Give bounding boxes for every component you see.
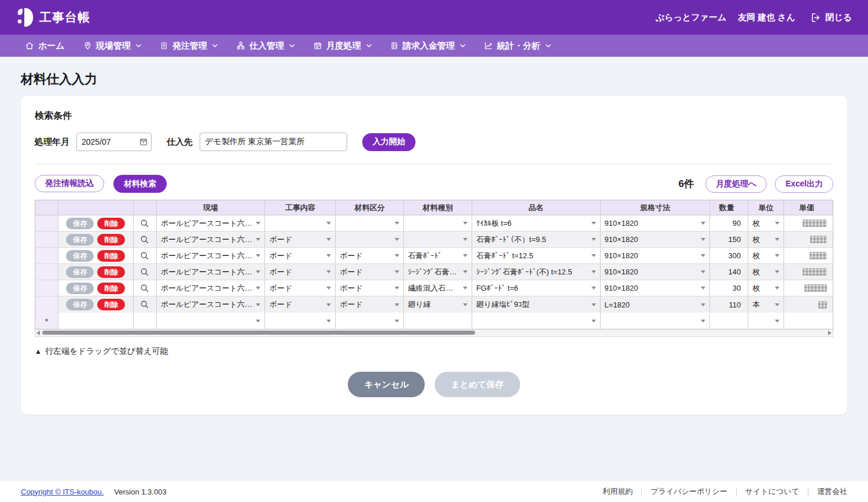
period-input[interactable]	[76, 133, 152, 151]
size-select[interactable]: 910×1820	[601, 232, 711, 247]
quantity-cell[interactable]: 90	[710, 215, 748, 231]
work-content-select[interactable]: ボード	[265, 296, 336, 313]
unit-select[interactable]	[748, 313, 784, 329]
unit-select[interactable]: 枚	[748, 215, 784, 231]
unit-price-cell[interactable]	[784, 232, 833, 247]
save-button[interactable]: 保存	[66, 266, 94, 278]
nav-item-purchase-management[interactable]: 仕入管理	[229, 35, 302, 57]
row-search-button[interactable]	[134, 248, 157, 263]
delete-button[interactable]: 削除	[97, 218, 125, 229]
product-name-select[interactable]: 石膏ﾎﾞｰﾄﾞ（不）t=9.5	[472, 232, 601, 247]
product-name-select[interactable]: ｹｲｶﾙ板 t=6	[472, 215, 601, 231]
row-drag-handle[interactable]	[35, 296, 58, 313]
row-drag-handle[interactable]	[35, 215, 58, 231]
site-select[interactable]: ポールピアースコート六…	[157, 296, 266, 313]
row-drag-handle[interactable]	[35, 280, 58, 296]
copyright-link[interactable]: Copyright © ITS-koubou.	[21, 488, 104, 496]
unit-select[interactable]: 枚	[748, 264, 784, 280]
unit-select[interactable]: 本	[748, 296, 784, 313]
material-type-select[interactable]: 繊維混入石膏板	[404, 280, 472, 296]
nav-item-monthly-processing[interactable]: 月度処理	[306, 35, 379, 57]
footer-link-terms[interactable]: 利用規約	[602, 486, 632, 497]
save-button[interactable]: 保存	[66, 299, 94, 310]
material-category-select[interactable]	[336, 215, 404, 231]
row-drag-handle[interactable]	[35, 264, 58, 280]
quantity-cell[interactable]: 140	[710, 264, 748, 280]
row-search-button[interactable]	[134, 264, 157, 280]
site-select[interactable]: ポールピアースコート六…	[157, 215, 266, 231]
material-category-select[interactable]: ボード	[336, 280, 404, 296]
product-name-select[interactable]: FGﾎﾞｰﾄﾞ t=6	[472, 280, 601, 296]
size-select[interactable]	[601, 313, 711, 329]
size-select[interactable]: 910×1820	[601, 280, 711, 296]
site-select[interactable]: ポールピアースコート六…	[157, 280, 266, 296]
material-category-select[interactable]	[336, 232, 404, 247]
site-select[interactable]	[157, 313, 266, 329]
nav-item-billing-management[interactable]: 請求入金管理	[382, 35, 473, 57]
material-category-select[interactable]: ボード	[336, 296, 404, 313]
material-type-select[interactable]: ｼｰｼﾞﾝｸﾞ石膏…	[404, 264, 472, 280]
quantity-cell[interactable]: 150	[710, 232, 748, 247]
work-content-select[interactable]: ボード	[265, 280, 336, 296]
quantity-cell[interactable]: 110	[710, 296, 748, 313]
site-select[interactable]: ポールピアースコート六…	[157, 264, 266, 280]
input-start-button[interactable]: 入力開始	[362, 133, 415, 151]
horizontal-scrollbar[interactable]	[35, 329, 833, 337]
unit-price-cell[interactable]	[784, 296, 833, 313]
material-type-select[interactable]	[404, 313, 472, 329]
delete-button[interactable]: 削除	[97, 299, 125, 310]
work-content-select[interactable]	[265, 215, 336, 231]
material-type-select[interactable]	[404, 232, 472, 247]
scroll-right-arrow-icon[interactable]	[828, 331, 832, 335]
to-monthly-processing-button[interactable]: 月度処理へ	[705, 175, 767, 193]
site-select[interactable]: ポールピアースコート六…	[157, 248, 266, 263]
product-name-select[interactable]	[472, 313, 601, 329]
unit-price-cell[interactable]	[784, 215, 833, 231]
footer-link-operator[interactable]: 運営会社	[817, 486, 847, 497]
material-category-select[interactable]: ボード	[336, 248, 404, 263]
scroll-left-arrow-icon[interactable]	[36, 331, 40, 335]
save-button[interactable]: 保存	[66, 218, 94, 229]
delete-button[interactable]: 削除	[97, 250, 125, 262]
cancel-button[interactable]: キャンセル	[348, 372, 425, 397]
work-content-select[interactable]: ボード	[265, 232, 336, 247]
unit-select[interactable]: 枚	[748, 232, 784, 247]
save-all-button[interactable]: まとめて保存	[435, 372, 520, 397]
quantity-cell[interactable]: 300	[710, 248, 748, 263]
material-type-select[interactable]: 廻り縁	[404, 296, 472, 313]
size-select[interactable]: 910×1820	[601, 264, 711, 280]
site-select[interactable]: ポールピアースコート六…	[157, 232, 266, 247]
save-button[interactable]: 保存	[66, 234, 94, 245]
excel-export-button[interactable]: Excel出力	[775, 175, 833, 193]
size-select[interactable]: L=1820	[601, 296, 711, 313]
nav-item-site-management[interactable]: 現場管理	[76, 35, 149, 57]
delete-button[interactable]: 削除	[97, 234, 125, 245]
nav-item-statistics[interactable]: 統計・分析	[476, 35, 558, 57]
unit-price-cell[interactable]	[784, 280, 833, 296]
row-drag-handle[interactable]	[35, 232, 58, 247]
material-category-select[interactable]: ボード	[336, 264, 404, 280]
footer-link-about[interactable]: サイトについて	[745, 486, 799, 497]
load-order-info-button[interactable]: 発注情報読込	[35, 175, 104, 192]
material-category-select[interactable]	[336, 313, 404, 329]
work-content-select[interactable]: ボード	[265, 248, 336, 263]
material-type-select[interactable]	[404, 215, 472, 231]
row-search-button[interactable]	[134, 280, 157, 296]
supplier-input[interactable]	[200, 133, 347, 151]
nav-item-order-management[interactable]: 発注管理	[152, 35, 225, 57]
row-search-button[interactable]	[134, 232, 157, 247]
product-name-select[interactable]: ｼｰｼﾞﾝｸﾞ石膏ﾎﾞｰﾄﾞ(不) t=12.5	[472, 264, 601, 280]
footer-link-privacy[interactable]: プライバシーポリシー	[650, 486, 727, 497]
unit-price-cell[interactable]	[784, 248, 833, 263]
product-name-select[interactable]: 石膏ﾎﾞｰﾄﾞ t=12.5	[472, 248, 601, 263]
work-content-select[interactable]: ボード	[265, 264, 336, 280]
close-button[interactable]: 閉じる	[810, 12, 852, 23]
unit-select[interactable]: 枚	[748, 248, 784, 263]
product-name-select[interactable]: 廻り縁塩ﾋﾞ9ｺ型	[472, 296, 601, 313]
save-button[interactable]: 保存	[66, 250, 94, 262]
unit-price-cell[interactable]	[784, 313, 833, 329]
row-search-button[interactable]	[134, 296, 157, 313]
unit-select[interactable]: 枚	[748, 280, 784, 296]
size-select[interactable]: 910×1820	[601, 248, 711, 263]
size-select[interactable]: 910×1820	[601, 215, 711, 231]
